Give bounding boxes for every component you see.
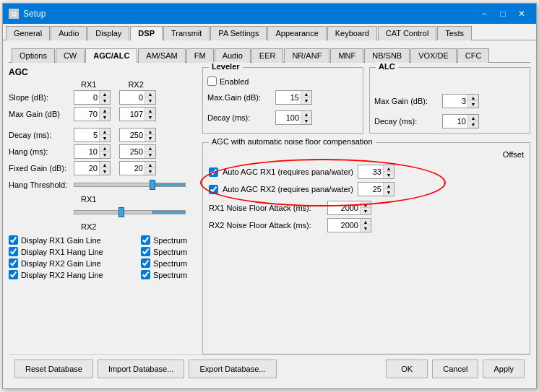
subtab-nr-anf[interactable]: NR/ANF xyxy=(284,48,329,63)
fixedgain-rx1-input[interactable] xyxy=(74,162,99,175)
subtab-cfc[interactable]: CFC xyxy=(457,48,490,63)
subtab-vox-de[interactable]: VOX/DE xyxy=(410,48,457,63)
hang-rx1-input[interactable] xyxy=(74,145,99,158)
slope-rx2-spinbox[interactable]: ▲ ▼ xyxy=(119,90,156,105)
rx2-noise-attack-down[interactable]: ▼ xyxy=(361,225,371,232)
tab-pa-settings[interactable]: PA Settings xyxy=(210,26,267,40)
decay-rx2-input[interactable] xyxy=(120,129,145,141)
checkbox-spectrum-0[interactable] xyxy=(141,235,150,245)
auto-agc-rx2-up[interactable]: ▲ xyxy=(384,183,394,189)
close-button[interactable]: ✕ xyxy=(513,6,530,21)
fixedgain-rx1-down[interactable]: ▼ xyxy=(100,168,110,175)
auto-agc-rx2-down[interactable]: ▼ xyxy=(384,189,394,196)
alc-maxgain-spinbox[interactable]: ▲ ▼ xyxy=(442,94,479,108)
decay-rx1-up[interactable]: ▲ xyxy=(100,129,110,135)
hang-rx2-input[interactable] xyxy=(120,145,145,158)
maxgain-rx2-input[interactable] xyxy=(120,108,145,121)
rx1-noise-attack-down[interactable]: ▼ xyxy=(361,208,371,214)
leveler-decay-input[interactable] xyxy=(276,111,301,124)
checkbox-spectrum-3[interactable] xyxy=(141,270,150,279)
alc-maxgain-up[interactable]: ▲ xyxy=(468,95,478,101)
checkbox-rx2-gain[interactable] xyxy=(9,258,18,268)
fixedgain-rx2-input[interactable] xyxy=(120,162,145,175)
rx2-noise-attack-up[interactable]: ▲ xyxy=(361,219,371,225)
auto-agc-rx1-down[interactable]: ▼ xyxy=(384,172,394,178)
hang-rx1-up[interactable]: ▲ xyxy=(100,145,110,152)
rx1-noise-attack-up[interactable]: ▲ xyxy=(361,201,371,208)
leveler-decay-spinbox[interactable]: ▲ ▼ xyxy=(275,110,312,125)
cancel-button[interactable]: Cancel xyxy=(432,360,478,378)
slope-rx1-input[interactable] xyxy=(74,91,99,104)
subtab-fm[interactable]: FM xyxy=(186,48,214,63)
subtab-am-sam[interactable]: AM/SAM xyxy=(138,48,185,63)
leveler-decay-down[interactable]: ▼ xyxy=(301,118,311,124)
hang-rx1-down[interactable]: ▼ xyxy=(100,152,110,158)
fixedgain-rx1-spinbox[interactable]: ▲ ▼ xyxy=(74,161,111,175)
slope-rx1-spinbox[interactable]: ▲ ▼ xyxy=(74,90,111,105)
alc-maxgain-input[interactable] xyxy=(443,95,467,108)
tab-dsp[interactable]: DSP xyxy=(130,26,163,40)
tab-keyboard[interactable]: Keyboard xyxy=(327,26,377,40)
auto-agc-rx1-spinbox[interactable]: ▲ ▼ xyxy=(358,165,394,179)
maxgain-rx2-down[interactable]: ▼ xyxy=(145,114,155,121)
leveler-decay-up[interactable]: ▲ xyxy=(301,111,311,118)
auto-agc-rx2-checkbox[interactable] xyxy=(209,185,218,194)
slope-rx2-input[interactable] xyxy=(120,91,145,104)
subtab-agc-alc[interactable]: AGC/ALC xyxy=(85,48,137,63)
tab-tests[interactable]: Tests xyxy=(437,26,472,40)
auto-agc-rx2-input[interactable] xyxy=(358,183,383,196)
export-database-button[interactable]: Export Database... xyxy=(189,360,276,378)
maxgain-rx1-down[interactable]: ▼ xyxy=(100,114,110,121)
subtab-options[interactable]: Options xyxy=(12,48,55,63)
hang-rx2-up[interactable]: ▲ xyxy=(145,145,155,152)
leveler-maxgain-input[interactable] xyxy=(276,91,301,104)
checkbox-rx1-gain[interactable] xyxy=(9,235,18,245)
decay-rx1-input[interactable] xyxy=(74,129,99,141)
decay-rx1-down[interactable]: ▼ xyxy=(100,135,110,141)
fixedgain-rx2-up[interactable]: ▲ xyxy=(145,162,155,168)
decay-rx1-spinbox[interactable]: ▲ ▼ xyxy=(74,128,111,142)
hang-rx2-down[interactable]: ▼ xyxy=(145,152,155,158)
leveler-maxgain-spinbox[interactable]: ▲ ▼ xyxy=(275,90,312,105)
tab-display[interactable]: Display xyxy=(87,26,129,40)
leveler-maxgain-up[interactable]: ▲ xyxy=(301,91,311,97)
maxgain-rx1-spinbox[interactable]: ▲ ▼ xyxy=(74,107,111,121)
subtab-mnf[interactable]: MNF xyxy=(330,48,363,63)
fixedgain-rx2-spinbox[interactable]: ▲ ▼ xyxy=(119,161,156,175)
hang-rx2-spinbox[interactable]: ▲ ▼ xyxy=(119,144,156,159)
rx1-noise-attack-input[interactable] xyxy=(328,201,360,214)
decay-rx2-down[interactable]: ▼ xyxy=(145,135,155,141)
slope-rx2-down[interactable]: ▼ xyxy=(145,97,155,104)
auto-agc-rx2-spinbox[interactable]: ▲ ▼ xyxy=(358,182,394,196)
alc-decay-spinbox[interactable]: ▲ ▼ xyxy=(442,114,479,129)
leveler-enabled-checkbox[interactable] xyxy=(207,77,217,86)
slope-rx1-down[interactable]: ▼ xyxy=(100,97,110,104)
hang-threshold-rx2-slider-container[interactable] xyxy=(74,205,186,219)
fixedgain-rx2-down[interactable]: ▼ xyxy=(145,168,155,175)
tab-transmit[interactable]: Transmit xyxy=(163,26,210,40)
leveler-maxgain-down[interactable]: ▼ xyxy=(301,97,311,104)
slope-rx2-up[interactable]: ▲ xyxy=(145,91,155,97)
subtab-audio[interactable]: Audio xyxy=(215,48,251,63)
checkbox-spectrum-2[interactable] xyxy=(141,258,150,268)
rx2-noise-attack-spinbox[interactable]: ▲ ▼ xyxy=(327,218,371,232)
rx1-noise-attack-spinbox[interactable]: ▲ ▼ xyxy=(327,201,371,215)
tab-general[interactable]: General xyxy=(6,26,50,40)
reset-database-button[interactable]: Reset Database xyxy=(14,360,93,378)
auto-agc-rx1-up[interactable]: ▲ xyxy=(384,165,394,172)
tab-appearance[interactable]: Appearance xyxy=(267,26,326,40)
maxgain-rx2-up[interactable]: ▲ xyxy=(145,108,155,114)
hang-rx1-spinbox[interactable]: ▲ ▼ xyxy=(74,144,111,159)
subtab-eer[interactable]: EER xyxy=(251,48,284,63)
alc-maxgain-down[interactable]: ▼ xyxy=(468,101,478,108)
slope-rx1-up[interactable]: ▲ xyxy=(100,91,110,97)
maxgain-rx1-input[interactable] xyxy=(74,108,99,121)
alc-decay-input[interactable] xyxy=(443,115,467,128)
checkbox-spectrum-1[interactable] xyxy=(141,247,150,256)
fixedgain-rx1-up[interactable]: ▲ xyxy=(100,162,110,168)
minimize-button[interactable]: − xyxy=(475,6,493,21)
apply-button[interactable]: Apply xyxy=(483,360,525,378)
tab-cat-control[interactable]: CAT Control xyxy=(378,26,437,40)
alc-decay-up[interactable]: ▲ xyxy=(468,115,478,121)
checkbox-rx2-hang[interactable] xyxy=(9,270,18,279)
